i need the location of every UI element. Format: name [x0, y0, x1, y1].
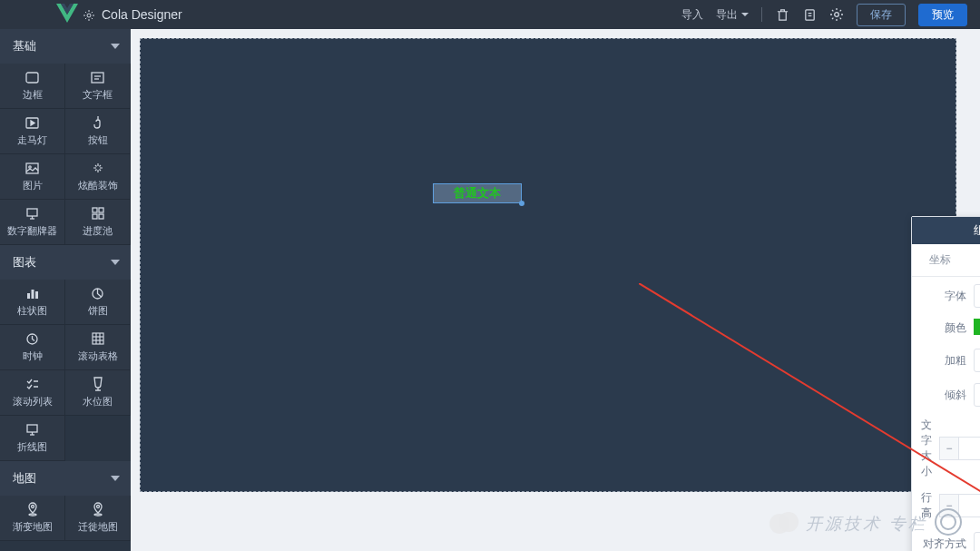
svg-line-5: [85, 12, 86, 13]
minus-button[interactable]: −: [939, 437, 959, 460]
svg-point-42: [96, 506, 99, 508]
design-canvas[interactable]: 普通文本: [140, 38, 956, 492]
label-fontsize: 文字大小: [921, 418, 939, 479]
sidebar-item-migration-map[interactable]: 迁徙地图: [65, 496, 131, 541]
sidebar-section-map[interactable]: 地图: [0, 461, 131, 496]
gear-icon[interactable]: [829, 7, 844, 22]
sidebar-item-textbox[interactable]: 文字框: [65, 64, 131, 109]
svg-line-8: [92, 12, 93, 13]
document-icon[interactable]: [802, 7, 817, 22]
svg-point-19: [29, 165, 31, 167]
bar-icon: [26, 286, 39, 300]
align-select[interactable]: center: [974, 532, 980, 551]
line-icon: [25, 422, 39, 437]
color-swatch[interactable]: [974, 319, 980, 335]
svg-rect-28: [31, 290, 34, 299]
italic-select[interactable]: 正常: [974, 383, 980, 407]
sidebar-item-bar[interactable]: 柱状图: [0, 280, 65, 325]
rect-icon: [25, 70, 39, 84]
chevron-down-icon: [111, 476, 120, 481]
resize-handle[interactable]: [519, 201, 524, 206]
selected-text-element[interactable]: 普通文本: [433, 183, 522, 203]
label-lineheight: 行高: [921, 490, 939, 521]
grid-icon: [92, 206, 104, 221]
font-select[interactable]: 微软雅黑: [974, 284, 980, 308]
panel-header[interactable]: 组件属性 ✕: [912, 217, 980, 244]
svg-rect-14: [92, 73, 103, 83]
sun-icon: [83, 10, 94, 21]
sidebar-item-image[interactable]: 图片: [0, 154, 65, 200]
svg-point-43: [94, 514, 102, 516]
svg-point-12: [835, 13, 839, 17]
svg-rect-26: [99, 214, 103, 219]
component-sidebar: 基础 边框 文字框 走马灯 按钮 图片 炫酷装饰 数字翻牌器 进度池 图表 柱状…: [0, 29, 131, 551]
clock-icon: [25, 331, 39, 346]
sidebar-item-decoration[interactable]: 炫酷装饰: [65, 154, 131, 200]
sidebar-section-basic[interactable]: 基础: [0, 29, 131, 64]
text-icon: [91, 70, 104, 84]
vue-logo-icon: [56, 4, 78, 24]
spark-icon: [92, 161, 104, 175]
sidebar-item-progress-pool[interactable]: 进度池: [65, 200, 131, 245]
preview-button[interactable]: 预览: [918, 4, 967, 26]
chevron-down-icon: [111, 260, 120, 265]
chevron-down-icon: [111, 44, 120, 49]
save-button[interactable]: 保存: [857, 4, 906, 26]
trash-icon[interactable]: [775, 7, 789, 22]
svg-rect-37: [27, 425, 37, 432]
label-align: 对齐方式: [921, 536, 974, 552]
label-font: 字体: [921, 289, 974, 304]
label-color: 颜色: [921, 320, 974, 336]
fontsize-stepper[interactable]: −+: [939, 437, 980, 460]
svg-point-41: [29, 514, 36, 516]
separator: [761, 7, 762, 22]
list-icon: [25, 377, 39, 391]
sidebar-item-button[interactable]: 按钮: [65, 109, 131, 154]
sidebar-item-pie[interactable]: 饼图: [65, 280, 131, 325]
presentation-icon: [25, 206, 39, 221]
pie-icon: [91, 286, 104, 300]
lineheight-stepper[interactable]: −+: [939, 494, 980, 517]
sidebar-item-line[interactable]: 折线图: [0, 416, 65, 461]
svg-rect-32: [93, 333, 103, 344]
pointer-icon: [92, 115, 104, 130]
svg-rect-25: [93, 214, 97, 219]
svg-rect-23: [93, 208, 97, 212]
lineheight-input[interactable]: [959, 494, 980, 517]
sidebar-item-scroll-table[interactable]: 滚动表格: [65, 325, 131, 370]
sidebar-item-scroll-list[interactable]: 滚动列表: [0, 370, 65, 416]
map2-icon: [92, 502, 104, 517]
fontsize-input[interactable]: [959, 437, 980, 460]
svg-rect-13: [26, 73, 38, 83]
bold-select[interactable]: 加粗: [974, 349, 980, 372]
svg-line-6: [92, 18, 93, 19]
svg-rect-20: [27, 209, 37, 216]
glass-icon: [93, 377, 103, 391]
export-link[interactable]: 导出: [716, 7, 749, 23]
svg-rect-29: [35, 291, 38, 299]
properties-panel: 组件属性 ✕ 坐标 属性 数据 字体 微软雅黑 颜色: [911, 216, 980, 551]
label-bold: 加粗: [921, 353, 974, 369]
tab-attributes[interactable]: 属性: [969, 244, 980, 276]
selected-text-label: 普通文本: [454, 185, 501, 202]
sidebar-item-marquee[interactable]: 走马灯: [0, 109, 65, 154]
sidebar-item-gradient-map[interactable]: 渐变地图: [0, 496, 65, 541]
sidebar-item-clock[interactable]: 时钟: [0, 325, 65, 370]
canvas-area: 普通文本 组件属性 ✕ 坐标 属性 数据 字体 微软雅黑: [131, 29, 980, 551]
svg-line-7: [85, 18, 86, 19]
sidebar-section-chart[interactable]: 图表: [0, 245, 131, 280]
svg-rect-24: [99, 208, 103, 212]
svg-point-0: [87, 14, 91, 17]
import-link[interactable]: 导入: [681, 7, 703, 23]
svg-rect-9: [805, 9, 813, 19]
app-title: Cola Designer: [102, 7, 182, 22]
svg-rect-27: [27, 293, 30, 299]
svg-point-40: [31, 506, 34, 508]
table-icon: [92, 331, 104, 346]
sidebar-item-flipper[interactable]: 数字翻牌器: [0, 200, 65, 245]
sidebar-item-border[interactable]: 边框: [0, 64, 65, 109]
label-italic: 倾斜: [921, 388, 974, 403]
tab-position[interactable]: 坐标: [912, 244, 969, 276]
sidebar-item-liquid[interactable]: 水位图: [65, 370, 131, 416]
minus-button[interactable]: −: [939, 494, 959, 517]
